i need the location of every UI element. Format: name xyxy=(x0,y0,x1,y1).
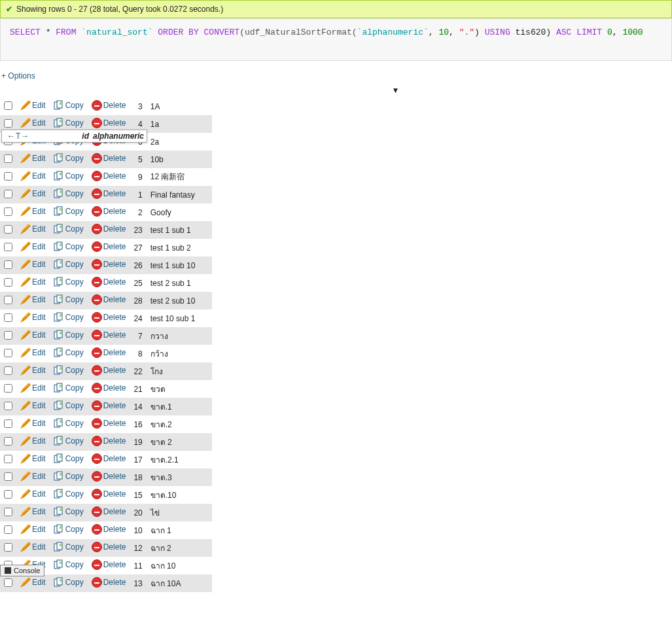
delete-link[interactable]: Delete xyxy=(103,242,126,251)
copy-link[interactable]: Copy xyxy=(65,242,84,251)
delete-link[interactable]: Delete xyxy=(103,330,126,340)
options-toggle[interactable]: + Options xyxy=(0,71,672,80)
delete-link[interactable]: Delete xyxy=(103,507,126,516)
delete-link[interactable]: Delete xyxy=(103,560,126,569)
copy-link[interactable]: Copy xyxy=(65,277,84,287)
row-checkbox[interactable] xyxy=(4,437,12,446)
delete-link[interactable]: Delete xyxy=(103,295,126,304)
edit-link[interactable]: Edit xyxy=(32,401,46,410)
floating-column-header[interactable]: ←T→ id alphanumeric xyxy=(1,130,147,143)
row-checkbox[interactable] xyxy=(4,225,12,234)
copy-link[interactable]: Copy xyxy=(65,419,84,428)
row-checkbox[interactable] xyxy=(4,313,12,322)
edit-link[interactable]: Edit xyxy=(32,313,46,322)
row-checkbox[interactable] xyxy=(4,331,12,340)
edit-link[interactable]: Edit xyxy=(32,101,46,110)
edit-link[interactable]: Edit xyxy=(32,525,46,534)
row-checkbox[interactable] xyxy=(4,119,12,128)
row-checkbox[interactable] xyxy=(4,278,12,287)
row-checkbox[interactable] xyxy=(4,508,12,516)
copy-link[interactable]: Copy xyxy=(65,207,84,216)
copy-link[interactable]: Copy xyxy=(65,525,84,534)
delete-link[interactable]: Delete xyxy=(103,419,126,428)
sql-query-box[interactable]: SELECT * FROM `natural_sort` ORDER BY CO… xyxy=(0,18,672,61)
edit-link[interactable]: Edit xyxy=(32,436,46,446)
delete-link[interactable]: Delete xyxy=(103,260,126,269)
edit-link[interactable]: Edit xyxy=(32,277,46,287)
row-checkbox[interactable] xyxy=(4,172,12,181)
row-checkbox[interactable] xyxy=(4,260,12,269)
copy-link[interactable]: Copy xyxy=(65,313,84,322)
delete-link[interactable]: Delete xyxy=(103,189,126,198)
delete-link[interactable]: Delete xyxy=(103,436,126,446)
edit-link[interactable]: Edit xyxy=(32,242,46,251)
delete-link[interactable]: Delete xyxy=(103,171,126,181)
delete-link[interactable]: Delete xyxy=(103,313,126,322)
copy-link[interactable]: Copy xyxy=(65,260,84,269)
row-checkbox[interactable] xyxy=(4,207,12,216)
delete-link[interactable]: Delete xyxy=(103,401,126,410)
copy-link[interactable]: Copy xyxy=(65,224,84,234)
edit-link[interactable]: Edit xyxy=(32,207,46,216)
delete-link[interactable]: Delete xyxy=(103,472,126,481)
copy-link[interactable]: Copy xyxy=(65,366,84,375)
copy-link[interactable]: Copy xyxy=(65,383,84,393)
edit-link[interactable]: Edit xyxy=(32,366,46,375)
delete-link[interactable]: Delete xyxy=(103,366,126,375)
row-checkbox[interactable] xyxy=(4,349,12,357)
copy-link[interactable]: Copy xyxy=(65,454,84,463)
copy-link[interactable]: Copy xyxy=(65,330,84,340)
copy-link[interactable]: Copy xyxy=(65,401,84,410)
copy-link[interactable]: Copy xyxy=(65,560,84,569)
edit-link[interactable]: Edit xyxy=(32,542,46,552)
row-checkbox[interactable] xyxy=(4,455,12,463)
delete-link[interactable]: Delete xyxy=(103,277,126,287)
row-checkbox[interactable] xyxy=(4,243,12,251)
row-checkbox[interactable] xyxy=(4,154,12,163)
copy-link[interactable]: Copy xyxy=(65,295,84,304)
edit-link[interactable]: Edit xyxy=(32,295,46,304)
delete-link[interactable]: Delete xyxy=(103,101,126,110)
edit-link[interactable]: Edit xyxy=(32,154,46,163)
delete-link[interactable]: Delete xyxy=(103,224,126,234)
edit-link[interactable]: Edit xyxy=(32,330,46,340)
row-checkbox[interactable] xyxy=(4,419,12,428)
copy-link[interactable]: Copy xyxy=(65,348,84,357)
copy-link[interactable]: Copy xyxy=(65,154,84,163)
edit-link[interactable]: Edit xyxy=(32,224,46,234)
row-checkbox[interactable] xyxy=(4,490,12,499)
copy-link[interactable]: Copy xyxy=(65,578,84,587)
edit-link[interactable]: Edit xyxy=(32,454,46,463)
copy-link[interactable]: Copy xyxy=(65,171,84,181)
edit-link[interactable]: Edit xyxy=(32,489,46,499)
copy-link[interactable]: Copy xyxy=(65,542,84,552)
delete-link[interactable]: Delete xyxy=(103,454,126,463)
nav-arrows-icon[interactable]: ←T→ xyxy=(7,132,29,141)
copy-link[interactable]: Copy xyxy=(65,436,84,446)
edit-link[interactable]: Edit xyxy=(32,507,46,516)
col-header-id[interactable]: id xyxy=(82,132,89,141)
delete-link[interactable]: Delete xyxy=(103,383,126,393)
delete-link[interactable]: Delete xyxy=(103,525,126,534)
row-checkbox[interactable] xyxy=(4,543,12,552)
sort-indicator[interactable]: ▼ xyxy=(0,86,672,97)
col-header-alphanumeric[interactable]: alphanumeric xyxy=(93,132,144,141)
delete-link[interactable]: Delete xyxy=(103,118,126,128)
row-checkbox[interactable] xyxy=(4,190,12,198)
edit-link[interactable]: Edit xyxy=(32,472,46,481)
edit-link[interactable]: Edit xyxy=(32,118,46,128)
copy-link[interactable]: Copy xyxy=(65,507,84,516)
edit-link[interactable]: Edit xyxy=(32,419,46,428)
delete-link[interactable]: Delete xyxy=(103,348,126,357)
delete-link[interactable]: Delete xyxy=(103,154,126,163)
delete-link[interactable]: Delete xyxy=(103,207,126,216)
delete-link[interactable]: Delete xyxy=(103,542,126,552)
copy-link[interactable]: Copy xyxy=(65,472,84,481)
delete-link[interactable]: Delete xyxy=(103,489,126,499)
edit-link[interactable]: Edit xyxy=(32,171,46,181)
edit-link[interactable]: Edit xyxy=(32,260,46,269)
copy-link[interactable]: Copy xyxy=(65,189,84,198)
row-checkbox[interactable] xyxy=(4,384,12,393)
delete-link[interactable]: Delete xyxy=(103,578,126,587)
row-checkbox[interactable] xyxy=(4,402,12,410)
